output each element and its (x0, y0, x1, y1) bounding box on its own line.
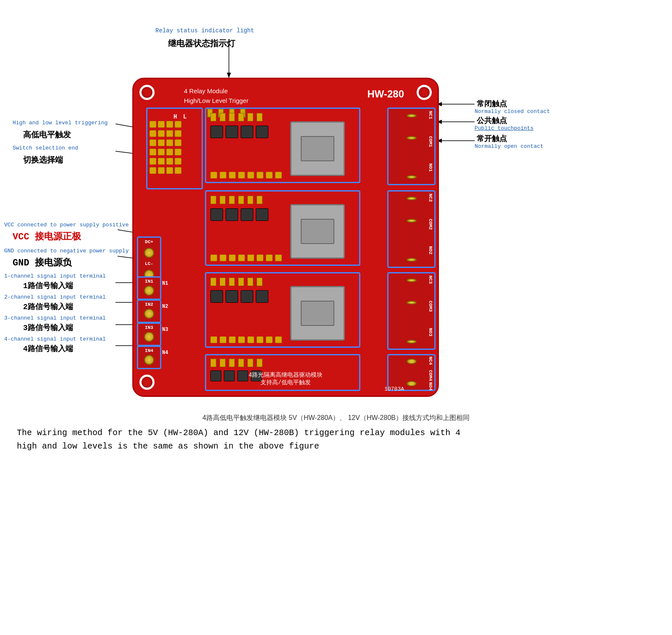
ch4-en: 4-channel signal input terminal (4, 336, 106, 342)
output-section4: NC4 COM4 NO4 (387, 354, 436, 391)
nc-sublabel: Normally closed contact (475, 108, 550, 115)
pad-row2 (150, 130, 181, 137)
pcb-board: 4 Relay Module High/Low Level Trigger HW… (132, 78, 439, 397)
ch3-en: 3-channel signal input terminal (4, 315, 106, 321)
svg-marker-1 (227, 73, 231, 78)
in3-terminal: IN3 (137, 323, 161, 346)
pad-row5 (150, 158, 181, 165)
corner-hole-tl (139, 85, 155, 100)
vcc-cn: VCC 接电源正极 (13, 230, 81, 243)
output-section1: NC1 COM1 NO1 (387, 108, 436, 185)
high-low-cn: 高低电平触发 (23, 129, 71, 140)
bottom-caption-cn: 4路高低电平触发继电器模块 5V（HW-280A）、 12V（HW-280B）接… (202, 414, 470, 422)
switch-sel-en: Switch selection end (13, 145, 78, 151)
gnd-en: GND connected to negative power supply (4, 248, 129, 254)
no-sublabel: Normally open contact (475, 143, 543, 150)
relay3-section (205, 272, 360, 348)
pad-row6 (150, 167, 181, 174)
ch3-cn: 3路信号输入端 (23, 323, 73, 333)
pad-row1 (150, 121, 181, 128)
ch1-en: 1-channel signal input terminal (4, 273, 106, 279)
pcb-title: 4 Relay Module High/Low Level Trigger (184, 87, 248, 105)
n3-label: N3 (162, 327, 168, 333)
relay-status-cn: 继电器状态指示灯 (168, 38, 235, 49)
pcb-bottom-text2: 支持高/低电平触发 (260, 379, 311, 386)
gnd-cn: GND 接电源负 (13, 256, 72, 269)
in2-terminal: IN2 (137, 299, 161, 323)
vcc-en: VCC connected to power supply positive (4, 222, 129, 228)
com-sublabel: Public touchpoints (475, 125, 533, 131)
output-section3: NC3 COM3 NO3 (387, 272, 436, 350)
in1-terminal: IN1 (137, 276, 161, 300)
ch1-cn: 1路信号输入端 (23, 281, 73, 291)
com-label: 公共触点 (477, 115, 507, 126)
ch2-en: 2-channel signal input terminal (4, 294, 106, 300)
bottom-caption-en: The wiring method for the 5V (HW-280A) a… (17, 426, 655, 453)
ch2-cn: 2路信号输入端 (23, 302, 73, 312)
pcb-model: HW-280 (367, 88, 404, 100)
ch4-cn: 4路信号输入端 (23, 344, 73, 354)
pcb-bottom-text1: 4路光隔离高继电器驱动模块 (249, 371, 323, 379)
high-low-en: High and low level triggering (13, 120, 108, 126)
relay1-section (205, 108, 360, 183)
n4-label: N4 (162, 350, 168, 356)
corner-hole-tr (417, 85, 432, 100)
pad-row3 (150, 139, 181, 146)
output-section2: NC2 COM2 NO2 (387, 190, 436, 268)
pcb-bottom-id: 10783A (384, 386, 404, 392)
relay2-section (205, 190, 360, 266)
corner-hole-bl (139, 375, 155, 390)
pad-row4 (150, 149, 181, 155)
switch-sel-cn: 切换选择端 (23, 155, 63, 165)
relay-status-en: Relay status indicator light (155, 27, 254, 34)
nc-label: 常闭触点 (477, 99, 507, 109)
page-container: Relay status indicator light 继电器状态指示灯 4 … (0, 0, 672, 635)
in4-terminal: IN4 (137, 346, 161, 369)
n1-label: N1 (162, 281, 168, 286)
n2-label: N2 (162, 304, 168, 310)
no-label: 常开触点 (477, 134, 507, 144)
